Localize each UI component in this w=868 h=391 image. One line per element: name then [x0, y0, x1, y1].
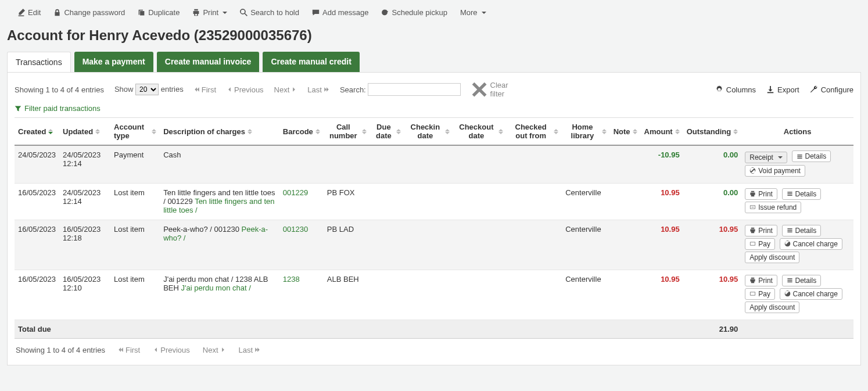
cell-created: 24/05/2023	[15, 145, 59, 183]
print-button[interactable]: Print	[745, 188, 777, 200]
print-dropdown[interactable]: Print	[192, 8, 227, 17]
th-call-number[interactable]: Call number	[324, 118, 370, 146]
cell-account-type: Lost item	[110, 183, 160, 220]
search-icon	[240, 9, 248, 16]
barcode-link[interactable]: 001229	[279, 183, 324, 220]
list-icon	[787, 191, 793, 197]
copy-icon	[138, 9, 145, 16]
th-checked-out-from[interactable]: Checked out from	[507, 118, 562, 146]
th-checkin-date[interactable]: Checkin date	[404, 118, 453, 146]
download-icon	[766, 85, 774, 94]
pay-button[interactable]: Pay	[745, 238, 775, 250]
pay-button[interactable]: Pay	[745, 288, 775, 300]
cell-outstanding: 0.00	[683, 145, 742, 183]
showing-info: Showing 1 to 4 of 4 entries	[15, 85, 104, 94]
chevron-double-right-icon	[324, 87, 329, 92]
chevron-double-left-icon	[118, 347, 124, 353]
cell-outstanding: 10.95	[683, 220, 742, 270]
columns-button[interactable]: Columns	[715, 85, 756, 94]
apply-discount-button[interactable]: Apply discount	[745, 252, 799, 263]
cell-outstanding: 10.95	[683, 270, 742, 320]
clear-filter[interactable]: Clear filter	[471, 81, 508, 98]
pager-first[interactable]: First	[194, 85, 216, 94]
print-icon	[749, 277, 756, 284]
cell-updated: 16/05/2023 12:18	[59, 220, 110, 270]
tab-make-payment[interactable]: Make a payment	[74, 52, 153, 72]
th-barcode[interactable]: Barcode	[279, 118, 324, 146]
tab-create-invoice[interactable]: Create manual invoice	[157, 52, 260, 72]
th-home-library[interactable]: Home library	[562, 118, 609, 146]
th-due-date[interactable]: Due date	[370, 118, 404, 146]
print-icon	[192, 9, 200, 16]
change-password-link[interactable]: Change password	[53, 8, 125, 17]
cell-call-number: PB LAD	[324, 220, 370, 270]
th-outstanding[interactable]: Outstanding	[683, 118, 742, 146]
cancel-charge-button[interactable]: Cancel charge	[780, 238, 842, 250]
receipt-button[interactable]: Receipt	[745, 152, 787, 163]
cell-outstanding: 0.00	[683, 183, 742, 220]
chevron-down-icon	[482, 12, 486, 14]
search-to-hold-link[interactable]: Search to hold	[240, 8, 299, 17]
table-controls-bottom: Showing 1 to 4 of 4 entries First Previo…	[15, 339, 853, 357]
th-updated[interactable]: Updated	[59, 118, 110, 146]
duplicate-link[interactable]: Duplicate	[138, 8, 180, 17]
issue-refund-button[interactable]: Issue refund	[745, 202, 801, 213]
more-dropdown[interactable]: More	[460, 8, 486, 17]
cancel-charge-button[interactable]: Cancel charge	[780, 288, 842, 300]
total-value: 21.90	[683, 320, 742, 338]
lock-icon	[53, 9, 61, 16]
table-row: 16/05/2023 16/05/2023 12:18 Lost item Pe…	[15, 220, 853, 270]
pager-next-bottom[interactable]: Next	[203, 346, 226, 354]
barcode-link[interactable]: 001230	[279, 220, 324, 270]
chevron-right-icon	[291, 87, 297, 92]
void-payment-button[interactable]: Void payment	[745, 165, 805, 177]
apply-discount-button[interactable]: Apply discount	[745, 302, 799, 313]
list-icon	[787, 277, 793, 284]
details-button[interactable]: Details	[782, 275, 822, 286]
chevron-double-left-icon	[194, 87, 200, 92]
item-link[interactable]: J'ai perdu mon chat /	[181, 284, 251, 292]
gear-icon	[715, 85, 723, 94]
cell-actions: Print Details Pay Cancel charge Apply di…	[741, 220, 853, 270]
pager-last[interactable]: Last	[307, 85, 329, 94]
patron-toolbar: Edit Change password Duplicate Print Sea…	[7, 5, 861, 25]
th-created[interactable]: Created	[15, 118, 59, 146]
configure-button[interactable]: Configure	[810, 85, 853, 94]
cell-updated: 24/05/2023 12:14	[59, 145, 110, 183]
th-note[interactable]: Note	[610, 118, 641, 146]
th-description[interactable]: Description of charges	[160, 118, 279, 146]
cell-description: Peek-a-who? / 001230 Peek-a-who? /	[160, 220, 279, 270]
details-button[interactable]: Details	[782, 188, 822, 200]
export-button[interactable]: Export	[766, 85, 799, 94]
cell-amount: 10.95	[641, 220, 683, 270]
cell-created: 16/05/2023	[15, 183, 59, 220]
pager-first-bottom[interactable]: First	[118, 346, 140, 354]
pager-next[interactable]: Next	[274, 85, 297, 94]
schedule-pickup-link[interactable]: Schedule pickup	[381, 8, 447, 17]
page-size-select[interactable]: 20	[135, 84, 159, 95]
filter-paid-link[interactable]: Filter paid transactions	[15, 104, 101, 113]
tab-create-credit[interactable]: Create manual credit	[263, 52, 360, 72]
search-input[interactable]	[368, 83, 461, 96]
tab-transactions[interactable]: Transactions	[7, 52, 71, 72]
pager-previous[interactable]: Previous	[227, 85, 264, 94]
pager-previous-bottom[interactable]: Previous	[153, 346, 190, 354]
th-amount[interactable]: Amount	[641, 118, 683, 146]
th-account-type[interactable]: Account type	[110, 118, 160, 146]
cell-amount: 10.95	[641, 270, 683, 320]
print-button[interactable]: Print	[745, 225, 777, 236]
details-button[interactable]: Details	[782, 225, 822, 236]
cell-account-type: Lost item	[110, 220, 160, 270]
cell-updated: 16/05/2023 12:10	[59, 270, 110, 320]
edit-link[interactable]: Edit	[17, 8, 41, 17]
pager-last-bottom[interactable]: Last	[239, 346, 261, 354]
th-checkout-date[interactable]: Checkout date	[453, 118, 507, 146]
cell-account-type: Lost item	[110, 270, 160, 320]
chevron-right-icon	[220, 347, 226, 353]
print-button[interactable]: Print	[745, 275, 777, 286]
chevron-double-right-icon	[254, 347, 260, 353]
details-button[interactable]: Details	[792, 150, 831, 162]
barcode-link[interactable]: 1238	[279, 270, 324, 320]
add-message-link[interactable]: Add message	[312, 8, 369, 17]
cell-account-type: Payment	[110, 145, 160, 183]
